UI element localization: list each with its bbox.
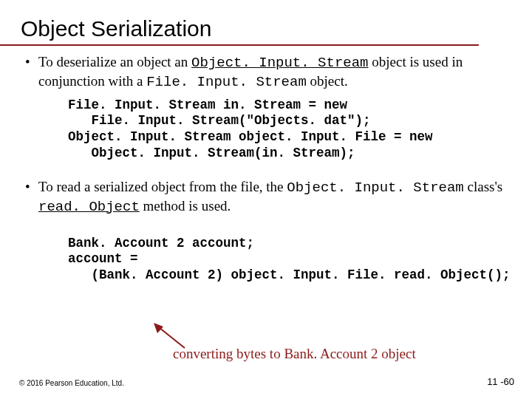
bullet-1-text: To deserialize an object an Object. Inpu… <box>38 53 507 92</box>
slide-title: Object Serialization <box>0 0 479 46</box>
bullet-dot: • <box>25 178 38 216</box>
bullet-2-code1: Object. Input. Stream <box>287 180 463 196</box>
svg-line-0 <box>159 327 185 348</box>
bullet-1-code1: Object. Input. Stream <box>191 55 368 71</box>
copyright-footer: © 2016 Pearson Education, Ltd. <box>19 379 124 387</box>
bullet-1-post: object. <box>307 73 348 89</box>
bullet-2-text: To read a serialized object from the fil… <box>38 178 507 216</box>
bullet-dot: • <box>25 53 38 92</box>
content-area: • To deserialize an object an Object. In… <box>0 53 532 290</box>
svg-marker-1 <box>154 323 163 333</box>
code-block-2: Bank. Account 2 account; account = (Bank… <box>25 230 507 290</box>
bullet-1: • To deserialize an object an Object. In… <box>25 53 507 92</box>
bullet-1-code2: File. Input. Stream <box>146 74 307 90</box>
bullet-2: • To read a serialized object from the f… <box>25 178 507 216</box>
arrow-caption: converting bytes to Bank. Account 2 obje… <box>173 346 416 362</box>
bullet-2-mid: class's <box>464 179 503 194</box>
bullet-2-code2: read. Object <box>38 199 140 215</box>
bullet-2-post: method is used. <box>140 198 231 214</box>
slide-number: 11 -60 <box>487 376 514 387</box>
bullet-1-pre: To deserialize an object an <box>38 54 191 69</box>
code-block-1: File. Input. Stream in. Stream = new Fil… <box>25 92 507 168</box>
bullet-2-pre: To read a serialized object from the fil… <box>38 179 287 194</box>
